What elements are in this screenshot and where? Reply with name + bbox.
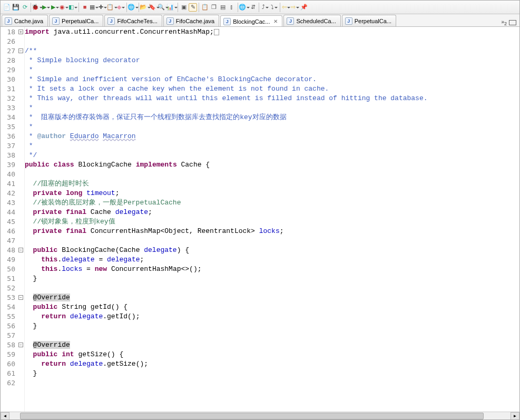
nav-forward-icon[interactable]: ⇨ [291, 3, 299, 12]
fold-toggle-icon[interactable]: − [18, 248, 23, 252]
code-line[interactable]: this.delegate = delegate; [25, 255, 519, 265]
code-line[interactable]: } [25, 274, 519, 284]
browser-icon[interactable]: 🌐 [240, 3, 248, 12]
code-line[interactable]: } [25, 369, 519, 378]
tab-overflow-chevron[interactable]: »2 [501, 19, 507, 26]
external-tools-icon[interactable]: ◧ [68, 3, 77, 12]
paste-icon[interactable]: 📋 [201, 3, 209, 12]
tab-cache[interactable]: JCache.java [2, 15, 48, 26]
scroll-thumb[interactable] [20, 413, 484, 419]
profile-icon[interactable]: 📊 [168, 3, 176, 12]
forward-icon[interactable]: ⤴ [261, 3, 269, 12]
code-line[interactable]: this.locks = new ConcurrentHashMap<>(); [25, 265, 519, 274]
nav-back-icon[interactable]: ⇦ [282, 3, 290, 12]
line-number: 43 [1, 198, 18, 208]
code-line[interactable]: * 阻塞版本的缓存装饰器，保证只有一个线程到数据库去查找指定的key对应的数据 [25, 113, 519, 122]
code-line[interactable] [25, 378, 519, 388]
globe-icon[interactable]: 🌐 [129, 3, 137, 12]
line-number: 18+ [1, 27, 18, 37]
code-line[interactable]: */ [25, 151, 519, 160]
line-number: 59 [1, 350, 18, 359]
code-line[interactable]: import java.util.concurrent.ConcurrentHa… [25, 27, 519, 37]
code-line[interactable]: * [25, 103, 519, 113]
code-line[interactable]: } [25, 321, 519, 331]
code-line[interactable]: * [25, 122, 519, 132]
tab-label: PerpetualCa... [62, 18, 99, 24]
outline-icon[interactable]: ⫿ [228, 3, 236, 12]
code-line[interactable] [25, 331, 519, 340]
code-line[interactable]: //锁对象集，粒度到key值 [25, 217, 519, 227]
refresh-icon[interactable]: ⟳ [21, 3, 29, 12]
save-icon[interactable]: 💾 [12, 3, 20, 12]
code-line[interactable]: @Override [25, 340, 519, 350]
tab-label: FifoCacheTes... [117, 18, 157, 24]
tab-scheduled[interactable]: JScheduledCa... [283, 15, 340, 26]
code-line[interactable]: return delegate.getSize(); [25, 359, 519, 369]
code-line[interactable]: @Override [25, 293, 519, 302]
code-line[interactable]: * [25, 141, 519, 151]
code-line[interactable] [25, 37, 519, 46]
coverage-icon[interactable]: ◉ [60, 3, 68, 12]
fold-toggle-icon[interactable]: − [18, 343, 23, 347]
code-line[interactable]: private final ConcurrentHashMap<Object, … [25, 227, 519, 236]
code-line[interactable] [25, 170, 519, 179]
code-line[interactable]: * @author Eduardo Macarron [25, 132, 519, 141]
code-line[interactable]: private final Cache delegate; [25, 208, 519, 217]
fold-toggle-icon[interactable]: − [18, 295, 23, 300]
fold-toggle-icon[interactable]: + [18, 30, 23, 34]
maximize-icon[interactable] [509, 20, 516, 25]
line-number: 54 [1, 302, 18, 312]
code-line[interactable]: /** [25, 46, 519, 56]
code-line[interactable]: * [25, 65, 519, 75]
tab-fifotest[interactable]: JFifoCacheTes... [104, 15, 162, 26]
code-line[interactable]: //阻塞的超时时长 [25, 179, 519, 189]
window-icon[interactable]: ▤ [219, 3, 227, 12]
line-number: 37 [1, 141, 18, 151]
code-line[interactable]: //被装饰的底层对象，一般是PerpetualCache [25, 198, 519, 208]
stop-icon[interactable]: ■ [81, 3, 89, 12]
run-icon[interactable]: ▶ [42, 3, 50, 12]
code-editor[interactable]: 18+2627−28293031323334353637383940414243… [1, 27, 519, 412]
code-line[interactable]: public class BlockingCache implements Ca… [25, 160, 519, 170]
sync-icon[interactable]: ⇵ [249, 3, 257, 12]
pin-icon[interactable]: 📌 [300, 3, 308, 12]
tab-perpetual1[interactable]: JPerpetualCa... [49, 15, 103, 26]
line-number: 60 [1, 359, 18, 369]
java-file-icon: J [287, 17, 294, 25]
fold-toggle-icon[interactable]: − [18, 48, 23, 53]
build-icon[interactable]: ▦ [90, 3, 98, 12]
code-line[interactable]: * This way, other threads will wait unti… [25, 94, 519, 103]
copy-icon[interactable]: ❐ [210, 3, 218, 12]
code-area[interactable]: import java.util.concurrent.ConcurrentHa… [25, 27, 519, 412]
code-line[interactable]: public String getId() { [25, 302, 519, 312]
line-number: 57 [1, 331, 18, 340]
task-toggle-icon[interactable]: ▣ [180, 3, 188, 12]
scroll-right-button[interactable]: ► [511, 412, 519, 420]
line-number: 28 [1, 56, 18, 65]
new-icon[interactable]: 📄 [3, 3, 11, 12]
open-type-icon[interactable]: ◆ [116, 3, 125, 12]
scroll-left-button[interactable]: ◄ [1, 412, 9, 420]
code-line[interactable]: * Simple blocking decorator [25, 56, 519, 65]
line-number: 30 [1, 75, 18, 84]
task-icon[interactable]: 📋 [107, 3, 116, 12]
back-icon[interactable]: ⤵ [270, 3, 278, 12]
code-line[interactable] [25, 236, 519, 246]
horizontal-scrollbar[interactable]: ◄ ► [1, 412, 519, 419]
run-last-icon[interactable]: ▶ [51, 3, 59, 12]
tab-perpetual2[interactable]: JPerpetualCa... [342, 15, 396, 26]
code-line[interactable]: return delegate.getId(); [25, 312, 519, 321]
tab-fifo[interactable]: JFifoCache.java [163, 15, 219, 26]
debug-icon[interactable]: 🐞 [33, 3, 41, 12]
code-line[interactable] [25, 284, 519, 293]
code-line[interactable]: * Simple and inefficient version of EhCa… [25, 75, 519, 84]
edit-icon[interactable]: ✎ [189, 3, 197, 12]
code-line[interactable]: private long timeout; [25, 189, 519, 198]
code-line[interactable]: public int getSize() { [25, 350, 519, 359]
tab-blocking[interactable]: JBlockingCac...✕ [220, 15, 282, 27]
close-tab-icon[interactable]: ✕ [273, 18, 278, 24]
code-line[interactable]: * It sets a lock over a cache key when t… [25, 84, 519, 94]
line-number: 62 [1, 378, 18, 388]
code-line[interactable]: public BlockingCache(Cache delegate) { [25, 246, 519, 255]
scroll-track[interactable] [9, 412, 511, 420]
